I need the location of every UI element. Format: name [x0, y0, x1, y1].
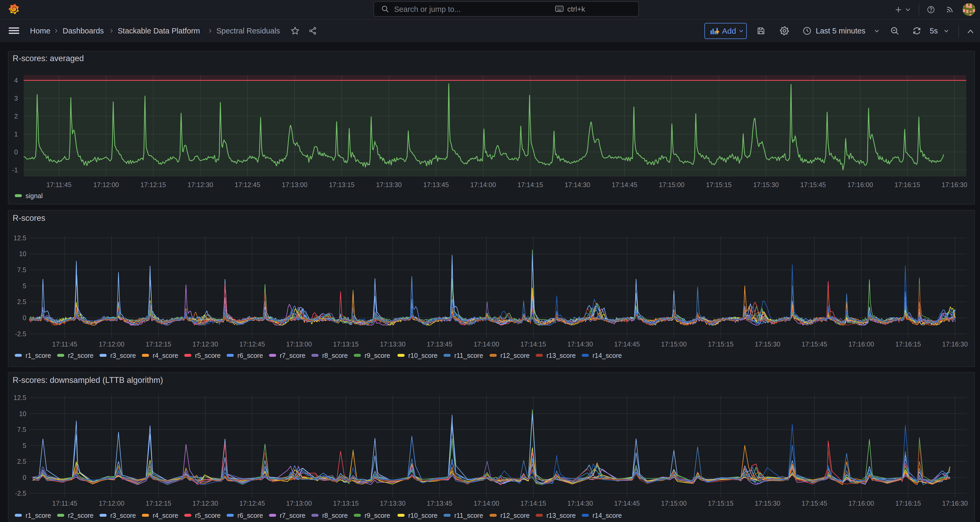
svg-text:r13_score: r13_score: [546, 512, 576, 519]
svg-text:r4_score: r4_score: [153, 512, 178, 519]
svg-text:17:13:30: 17:13:30: [380, 340, 406, 348]
svg-text:17:14:45: 17:14:45: [614, 340, 640, 348]
svg-text:r6_score: r6_score: [237, 352, 263, 359]
svg-text:17:16:30: 17:16:30: [942, 500, 967, 507]
svg-text:0: 0: [23, 314, 26, 321]
svg-text:r6_score: r6_score: [237, 512, 263, 519]
svg-text:R-scores: averaged: R-scores: averaged: [13, 54, 84, 63]
svg-text:r14_score: r14_score: [593, 512, 622, 519]
svg-text:17:13:00: 17:13:00: [286, 500, 312, 507]
svg-text:2: 2: [14, 113, 18, 120]
svg-text:r1_score: r1_score: [25, 352, 51, 359]
svg-text:r14_score: r14_score: [593, 352, 622, 359]
svg-text:17:12:15: 17:12:15: [140, 181, 166, 188]
svg-text:17:15:30: 17:15:30: [755, 500, 780, 507]
svg-text:r4_score: r4_score: [153, 352, 178, 359]
svg-text:r12_score: r12_score: [500, 352, 530, 359]
svg-text:r1_score: r1_score: [25, 512, 51, 519]
svg-text:r8_score: r8_score: [322, 352, 348, 359]
svg-text:17:12:15: 17:12:15: [146, 340, 171, 348]
svg-text:17:15:15: 17:15:15: [708, 340, 733, 348]
svg-text:r2_score: r2_score: [68, 352, 94, 359]
svg-text:r12_score: r12_score: [500, 512, 530, 519]
svg-text:17:15:45: 17:15:45: [802, 500, 827, 507]
svg-text:17:14:00: 17:14:00: [470, 181, 496, 188]
svg-text:17:14:45: 17:14:45: [614, 500, 640, 507]
svg-text:17:14:15: 17:14:15: [520, 340, 546, 348]
svg-text:0: 0: [23, 474, 26, 481]
svg-text:17:13:00: 17:13:00: [282, 181, 307, 188]
svg-text:17:11:45: 17:11:45: [52, 500, 77, 507]
svg-text:r10_score: r10_score: [408, 512, 438, 519]
svg-text:17:14:30: 17:14:30: [565, 181, 590, 188]
svg-text:7.5: 7.5: [17, 426, 26, 433]
svg-text:17:12:00: 17:12:00: [99, 340, 124, 348]
svg-text:10: 10: [19, 250, 26, 257]
svg-text:17:12:00: 17:12:00: [93, 181, 119, 188]
svg-text:17:12:15: 17:12:15: [146, 500, 171, 507]
svg-text:17:15:00: 17:15:00: [661, 340, 687, 348]
svg-text:17:14:00: 17:14:00: [474, 340, 499, 348]
svg-text:1: 1: [14, 131, 18, 138]
svg-text:17:13:30: 17:13:30: [380, 500, 406, 507]
svg-text:17:15:00: 17:15:00: [659, 181, 684, 188]
svg-text:r8_score: r8_score: [322, 512, 348, 519]
svg-text:r11_score: r11_score: [454, 352, 483, 359]
svg-text:17:12:30: 17:12:30: [192, 500, 218, 507]
svg-text:17:15:00: 17:15:00: [661, 500, 687, 507]
svg-text:12.5: 12.5: [13, 394, 26, 401]
svg-text:17:15:15: 17:15:15: [708, 500, 733, 507]
svg-text:17:12:45: 17:12:45: [239, 340, 265, 348]
svg-text:17:16:00: 17:16:00: [848, 500, 874, 507]
svg-text:17:13:45: 17:13:45: [423, 181, 449, 188]
svg-text:17:13:15: 17:13:15: [329, 181, 355, 188]
svg-text:17:15:15: 17:15:15: [706, 181, 732, 188]
svg-text:-2.5: -2.5: [15, 490, 26, 497]
svg-text:17:14:15: 17:14:15: [520, 500, 546, 507]
svg-text:2.5: 2.5: [17, 298, 26, 305]
svg-text:r3_score: r3_score: [110, 352, 136, 359]
svg-text:17:14:00: 17:14:00: [474, 500, 499, 507]
svg-text:17:14:30: 17:14:30: [567, 500, 593, 507]
svg-text:-2.5: -2.5: [15, 330, 26, 338]
svg-text:17:16:15: 17:16:15: [895, 340, 921, 348]
svg-text:17:11:45: 17:11:45: [52, 340, 77, 348]
svg-text:r9_score: r9_score: [364, 512, 390, 519]
svg-text:r11_score: r11_score: [454, 512, 483, 519]
svg-text:17:13:30: 17:13:30: [376, 181, 402, 188]
svg-text:17:14:15: 17:14:15: [517, 181, 543, 188]
svg-text:-1: -1: [12, 166, 18, 174]
svg-text:17:15:30: 17:15:30: [755, 340, 780, 348]
svg-text:R-scores: downsampled (LTTB al: R-scores: downsampled (LTTB algorithm): [13, 375, 163, 385]
svg-text:R-scores: R-scores: [13, 214, 45, 223]
svg-text:r10_score: r10_score: [408, 352, 438, 359]
svg-text:4: 4: [14, 77, 18, 84]
svg-text:5: 5: [23, 442, 26, 449]
svg-text:r13_score: r13_score: [546, 352, 576, 359]
svg-text:17:13:00: 17:13:00: [286, 340, 312, 348]
svg-text:7.5: 7.5: [17, 266, 26, 273]
svg-text:17:12:00: 17:12:00: [99, 500, 124, 507]
svg-text:17:11:45: 17:11:45: [46, 181, 72, 188]
svg-text:17:15:45: 17:15:45: [802, 340, 827, 348]
svg-text:17:16:30: 17:16:30: [942, 181, 967, 188]
svg-text:r5_score: r5_score: [195, 352, 221, 359]
svg-text:12.5: 12.5: [13, 234, 26, 242]
svg-text:5: 5: [23, 282, 26, 290]
svg-text:10: 10: [19, 410, 26, 417]
svg-text:3: 3: [14, 94, 18, 102]
svg-text:17:12:30: 17:12:30: [192, 340, 218, 348]
svg-text:17:14:30: 17:14:30: [567, 340, 593, 348]
svg-text:17:12:45: 17:12:45: [235, 181, 260, 188]
svg-text:2.5: 2.5: [17, 458, 26, 465]
svg-text:17:12:45: 17:12:45: [239, 500, 265, 507]
svg-text:r2_score: r2_score: [68, 512, 94, 519]
svg-text:17:13:45: 17:13:45: [427, 340, 452, 348]
svg-text:r3_score: r3_score: [110, 512, 136, 519]
svg-text:17:15:30: 17:15:30: [753, 181, 779, 188]
svg-text:17:13:45: 17:13:45: [427, 500, 452, 507]
svg-text:17:13:15: 17:13:15: [333, 340, 358, 348]
svg-text:17:14:45: 17:14:45: [612, 181, 637, 188]
svg-text:17:16:15: 17:16:15: [894, 181, 920, 188]
svg-text:17:16:00: 17:16:00: [848, 340, 874, 348]
